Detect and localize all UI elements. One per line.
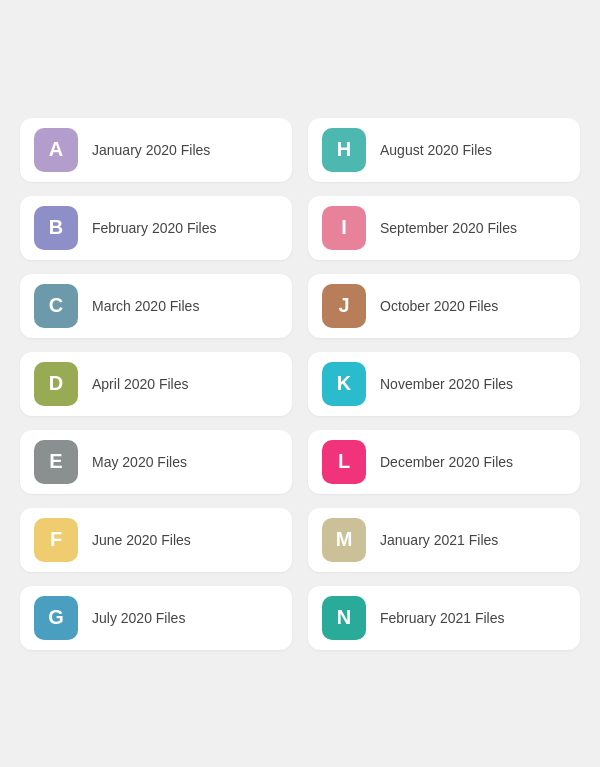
label-g: July 2020 Files	[92, 610, 185, 626]
file-item-l[interactable]: LDecember 2020 Files	[308, 430, 580, 494]
label-h: August 2020 Files	[380, 142, 492, 158]
file-item-k[interactable]: KNovember 2020 Files	[308, 352, 580, 416]
badge-d: D	[34, 362, 78, 406]
label-a: January 2020 Files	[92, 142, 210, 158]
badge-h: H	[322, 128, 366, 172]
badge-e: E	[34, 440, 78, 484]
badge-a: A	[34, 128, 78, 172]
badge-g: G	[34, 596, 78, 640]
label-c: March 2020 Files	[92, 298, 199, 314]
badge-l: L	[322, 440, 366, 484]
label-j: October 2020 Files	[380, 298, 498, 314]
file-item-d[interactable]: DApril 2020 Files	[20, 352, 292, 416]
file-item-a[interactable]: AJanuary 2020 Files	[20, 118, 292, 182]
badge-k: K	[322, 362, 366, 406]
file-item-h[interactable]: HAugust 2020 Files	[308, 118, 580, 182]
file-item-f[interactable]: FJune 2020 Files	[20, 508, 292, 572]
label-m: January 2021 Files	[380, 532, 498, 548]
badge-m: M	[322, 518, 366, 562]
label-n: February 2021 Files	[380, 610, 505, 626]
label-f: June 2020 Files	[92, 532, 191, 548]
files-grid: AJanuary 2020 FilesHAugust 2020 FilesBFe…	[20, 118, 580, 650]
label-k: November 2020 Files	[380, 376, 513, 392]
main-container: AJanuary 2020 FilesHAugust 2020 FilesBFe…	[10, 98, 590, 670]
file-item-i[interactable]: ISeptember 2020 Files	[308, 196, 580, 260]
badge-n: N	[322, 596, 366, 640]
file-item-c[interactable]: CMarch 2020 Files	[20, 274, 292, 338]
badge-i: I	[322, 206, 366, 250]
file-item-j[interactable]: JOctober 2020 Files	[308, 274, 580, 338]
label-e: May 2020 Files	[92, 454, 187, 470]
label-b: February 2020 Files	[92, 220, 217, 236]
file-item-g[interactable]: GJuly 2020 Files	[20, 586, 292, 650]
label-i: September 2020 Files	[380, 220, 517, 236]
file-item-m[interactable]: MJanuary 2021 Files	[308, 508, 580, 572]
label-l: December 2020 Files	[380, 454, 513, 470]
badge-c: C	[34, 284, 78, 328]
label-d: April 2020 Files	[92, 376, 189, 392]
badge-b: B	[34, 206, 78, 250]
badge-f: F	[34, 518, 78, 562]
file-item-b[interactable]: BFebruary 2020 Files	[20, 196, 292, 260]
file-item-n[interactable]: NFebruary 2021 Files	[308, 586, 580, 650]
badge-j: J	[322, 284, 366, 328]
file-item-e[interactable]: EMay 2020 Files	[20, 430, 292, 494]
